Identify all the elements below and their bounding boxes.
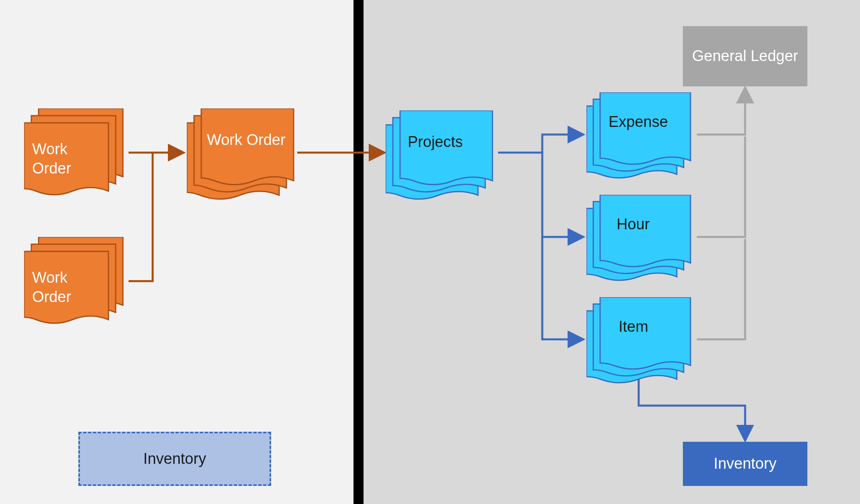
inventory-left-label: Inventory [143,449,206,469]
inventory-right-node: Inventory [683,442,807,486]
work-order-node-2: Work Order [24,237,129,329]
expense-label: Expense [609,112,668,132]
work-order-2-label: Work Order [32,268,104,306]
work-order-node-main: Work Order [187,108,299,205]
inventory-right-label: Inventory [714,454,776,473]
projects-node: Projects [386,110,498,205]
vertical-divider [353,0,364,504]
inventory-left-node: Inventory [78,432,271,486]
document-stack-icon [586,297,697,388]
hour-label: Hour [617,215,650,234]
document-stack-icon [187,108,299,205]
hour-node: Hour [586,195,697,285]
work-order-main-label: Work Order [207,131,286,150]
work-order-node-1: Work Order [24,108,129,201]
general-ledger-label: General Ledger [692,47,798,66]
work-order-1-label: Work Order [32,140,104,178]
document-stack-icon [586,195,697,285]
document-stack-icon [586,92,697,183]
projects-label: Projects [408,133,463,152]
expense-node: Expense [586,92,697,183]
item-label: Item [619,317,648,337]
general-ledger-node: General Ledger [683,26,807,86]
diagram-canvas: Work Order Work Order Work Order Project… [0,0,860,504]
item-node: Item [586,297,697,388]
document-stack-icon [386,110,498,205]
